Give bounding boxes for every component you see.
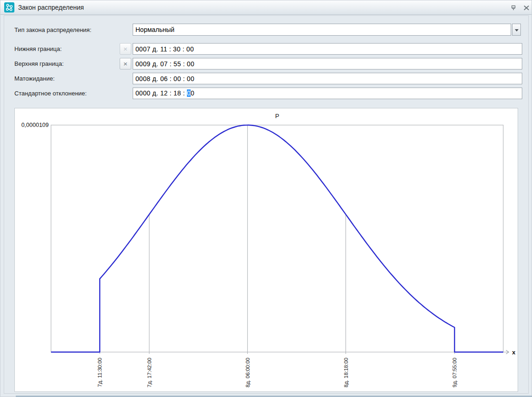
y-max-label: 0,0000109 xyxy=(21,122,49,128)
combobox-value: Нормальный xyxy=(135,26,174,33)
field-label-std-deviation: Стандартное отклонение: xyxy=(14,88,87,99)
x-axis-title: x xyxy=(512,349,516,356)
window-title: Закон распределения xyxy=(18,0,84,14)
x-tick-label: 7д. 11:30:00 xyxy=(97,358,103,387)
distribution-law-window: Закон распределения Тип закона распредел… xyxy=(0,0,532,397)
selected-text: 0 xyxy=(187,89,191,97)
close-button[interactable] xyxy=(523,4,530,12)
x-tick-label: 8д. 06:00:00 xyxy=(245,358,250,387)
distribution-density-chart: 7д. 11:30:007д. 17:42:008д. 06:00:008д. … xyxy=(15,108,518,391)
pin-button[interactable] xyxy=(510,4,517,12)
field-label-lower-bound: Нижняя граница: xyxy=(14,43,62,55)
std-deviation-input[interactable]: 0000 д. 12 : 18 : 00 xyxy=(133,88,522,99)
clear-lower-bound-button[interactable]: × xyxy=(120,43,131,55)
field-label-expected-value: Матожидание: xyxy=(14,73,55,84)
expected-value-input[interactable] xyxy=(133,73,522,84)
title-bar: Закон распределения xyxy=(0,0,532,15)
close-icon xyxy=(523,4,530,12)
chart-panel: 7д. 11:30:007д. 17:42:008д. 06:00:008д. … xyxy=(14,108,518,392)
y-axis-title: P xyxy=(275,113,279,120)
plot-border xyxy=(51,125,503,352)
chevron-down-icon xyxy=(515,29,519,32)
density-curve xyxy=(51,125,503,352)
distribution-network-icon xyxy=(4,2,14,13)
upper-bound-input[interactable] xyxy=(133,58,522,69)
input-text: 0 xyxy=(191,89,194,97)
field-label-distribution-type: Тип закона распределения: xyxy=(14,24,91,36)
distribution-type-combobox[interactable]: Нормальный xyxy=(133,24,511,36)
pin-icon xyxy=(510,4,517,12)
field-label-upper-bound: Верхняя граница: xyxy=(14,58,64,69)
x-tick-label: 8д. 18:18:00 xyxy=(343,358,349,387)
combobox-dropdown-button[interactable] xyxy=(512,24,521,36)
lower-bound-input[interactable] xyxy=(133,43,522,55)
input-text: 0000 д. 12 : 18 : xyxy=(135,89,187,97)
clear-upper-bound-button[interactable]: × xyxy=(120,58,131,69)
x-tick-label: 7д. 17:42:00 xyxy=(147,358,152,387)
x-tick-label: 9д. 07:55:00 xyxy=(452,358,457,387)
